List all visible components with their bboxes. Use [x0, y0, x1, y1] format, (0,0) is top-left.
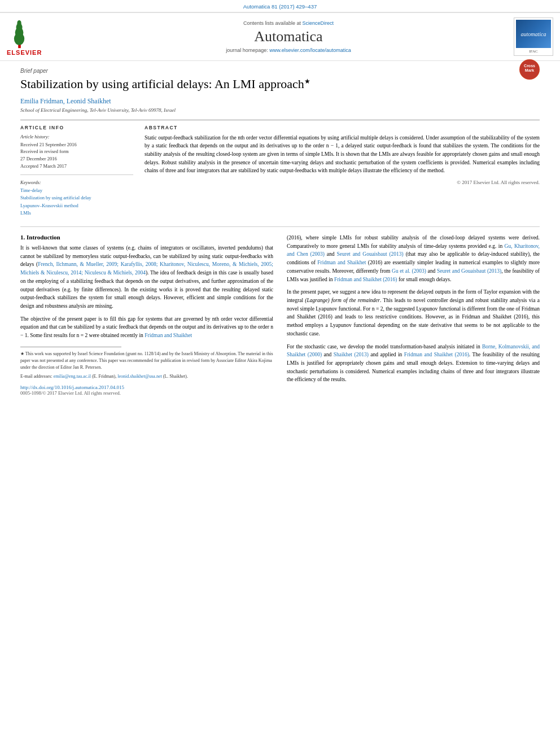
email2-link[interactable]: leonid.shaikhet@usa.net	[117, 374, 161, 379]
keyword-1: Time-delay	[20, 187, 133, 195]
accepted: Accepted 7 March 2017	[20, 163, 133, 170]
journal-thumbnail: automatica IFAC	[514, 18, 553, 56]
science-direct-prefix: Contents lists available at	[243, 20, 301, 26]
affiliation: School of Electrical Engineering, Tel-Av…	[20, 107, 540, 113]
introduction-title: 1. Introduction	[20, 234, 273, 241]
right-paragraph-1: (2016), where simple LMIs for robust sta…	[287, 234, 540, 283]
received2: Received in revised form	[20, 148, 133, 155]
svg-point-4	[17, 20, 21, 26]
body-right-column: (2016), where simple LMIs for robust sta…	[287, 234, 540, 396]
received1: Received 21 September 2016	[20, 141, 133, 148]
keyword-2: Stabilization by using artificial delay	[20, 194, 133, 202]
body-left-column: 1. Introduction It is well-known that so…	[20, 234, 273, 396]
keywords-label: Keywords:	[20, 180, 133, 185]
journal-title: Automatica	[63, 28, 514, 45]
abstract-column: ABSTRACT Static output-feedback stabiliz…	[145, 125, 540, 217]
science-direct-link[interactable]: ScienceDirect	[303, 20, 334, 26]
keyword-3: Lyapunov–Krasovskii method	[20, 202, 133, 210]
svg-text:Mark: Mark	[525, 68, 534, 72]
top-bar: Automatica 81 (2017) 429–437	[0, 0, 560, 12]
footnote-email: E-mail addresses: emilia@eng.tau.ac.il (…	[20, 373, 273, 380]
homepage-prefix: journal homepage:	[226, 47, 268, 53]
intro-paragraph-1: It is well-known that some classes of sy…	[20, 244, 273, 311]
authors: Emilia Fridman, Leonid Shaikhet	[20, 97, 540, 106]
svg-text:Cross: Cross	[524, 64, 535, 68]
copyright: © 2017 Elsevier Ltd. All rights reserved…	[145, 180, 540, 185]
journal-center: Contents lists available at ScienceDirec…	[63, 20, 514, 53]
article-type-label: Brief paper	[20, 68, 540, 74]
abstract-text: Static output-feedback stabilization for…	[145, 134, 540, 176]
elsevier-wordmark: ELSEVIER	[7, 49, 42, 56]
elsevier-logo: ELSEVIER	[7, 18, 63, 56]
intro-paragraph-2: The objective of the present paper is to…	[20, 315, 273, 340]
doi-link[interactable]: http://dx.doi.org/10.1016/j.automatica.2…	[20, 385, 273, 390]
right-paragraph-2: In the present paper, we suggest a new i…	[287, 288, 540, 338]
keyword-4: LMIs	[20, 209, 133, 217]
right-paragraph-3: For the stochastic case, we develop the …	[287, 343, 540, 385]
received2b: 27 December 2016	[20, 155, 133, 163]
article-info-column: ARTICLE INFO Article history: Received 2…	[20, 125, 133, 217]
article-title: Stabilization by using artificial delays…	[20, 76, 519, 93]
main-content: Brief paper Stabilization by using artif…	[0, 61, 560, 407]
abstract-label: ABSTRACT	[145, 125, 540, 130]
journal-header: ELSEVIER Contents lists available at Sci…	[0, 12, 560, 61]
footnote-divider	[20, 347, 121, 347]
email1-link[interactable]: emilia@eng.tau.ac.il	[54, 374, 91, 379]
footnote-star: ★ This work was supported by Israel Scie…	[20, 351, 273, 371]
issn-line: 0005-1098/© 2017 Elsevier Ltd. All right…	[20, 390, 273, 396]
homepage-link[interactable]: www.elsevier.com/locate/automatica	[269, 47, 351, 53]
article-info-label: ARTICLE INFO	[20, 125, 133, 130]
history-label: Article history:	[20, 134, 133, 139]
crossmark-badge: Cross Mark	[519, 59, 540, 80]
citation: Automatica 81 (2017) 429–437	[243, 3, 317, 10]
